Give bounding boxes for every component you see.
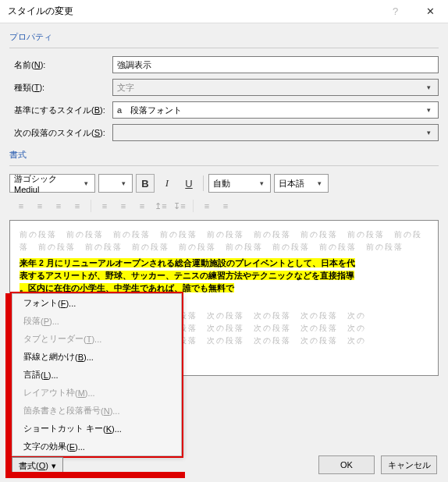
font-name-select[interactable]: 游ゴシック Mediul▾ (9, 174, 95, 193)
menu-language[interactable]: 言語(L)... (12, 366, 181, 384)
format-heading: 書式 (9, 149, 439, 161)
properties-heading: プロパティ (9, 31, 439, 43)
cancel-button[interactable]: キャンセル (381, 455, 437, 474)
underline-button[interactable]: U (180, 174, 198, 193)
chevron-down-icon[interactable]: ▾ (117, 179, 130, 187)
window-controls: ? ✕ (378, 0, 448, 23)
kind-select: 文字 ▾ (112, 79, 439, 96)
divider (9, 165, 439, 166)
spacing-icon: ≡ (133, 198, 151, 214)
align-right-icon: ≡ (50, 198, 67, 214)
next-style-label: 次の段落のスタイル(S): (9, 127, 112, 139)
ok-button[interactable]: OK (318, 455, 375, 474)
window-title: スタイルの変更 (8, 5, 73, 18)
menu-shortcut[interactable]: ショートカット キー(K)... (12, 420, 181, 438)
prev-paragraph-text: 前の段落 前の段落 前の段落 前の段落 前の段落 前の段落 前の段落 前の段落 … (20, 229, 428, 253)
menu-paragraph: 段落(P)... (12, 312, 181, 330)
format-toolbar: 游ゴシック Mediul▾ ▾ B I U 自動▾ 日本語▾ (9, 174, 439, 193)
divider (9, 48, 439, 48)
spacing-after-icon: ↧≡ (171, 198, 188, 214)
menu-tabs: タブとリーダー(T)... (12, 330, 181, 348)
help-icon: ? (378, 0, 413, 23)
bold-button[interactable]: B (136, 174, 155, 193)
menu-text-effects[interactable]: 文字の効果(E)... (12, 438, 181, 455)
spacing-icon: ≡ (115, 198, 132, 214)
kind-label: 種類(T): (9, 82, 112, 94)
next-style-select: ▾ (112, 124, 439, 141)
paragraph-icon: a (117, 105, 128, 115)
indent-right-icon: ≡ (217, 198, 234, 214)
name-input[interactable]: 強調表示 (112, 56, 439, 73)
font-color-select[interactable]: 自動▾ (208, 174, 271, 193)
chevron-down-icon: ▾ (422, 129, 435, 136)
based-on-label: 基準にするスタイル(B): (9, 105, 112, 116)
based-on-select[interactable]: a段落フォント ▾ (112, 101, 439, 119)
font-lang-select[interactable]: 日本語▾ (274, 174, 329, 193)
dropdown-arrow-icon: ▾ (52, 461, 56, 471)
highlight-border (5, 472, 185, 478)
menu-font[interactable]: フォント(F)... (12, 294, 181, 312)
dialog-buttons: OK キャンセル (318, 455, 437, 474)
format-context-menu: フォント(F)... 段落(P)... タブとリーダー(T)... 罫線と網かけ… (12, 293, 182, 456)
separator (193, 200, 194, 212)
chevron-down-icon[interactable]: ▾ (255, 179, 268, 187)
chevron-down-icon[interactable]: ▾ (422, 106, 435, 114)
chevron-down-icon[interactable]: ▾ (313, 179, 325, 187)
menu-borders[interactable]: 罫線と網かけ(B)... (12, 348, 181, 366)
align-justify-icon: ≡ (69, 198, 86, 214)
font-size-select[interactable]: ▾ (98, 174, 133, 193)
paragraph-toolbar: ≡ ≡ ≡ ≡ ≡ ≡ ≡ ↥≡ ↧≡ ≡ ≡ (9, 198, 439, 214)
name-label: 名前(N): (9, 59, 112, 71)
chevron-down-icon: ▾ (422, 83, 435, 91)
menu-frame: レイアウト枠(M)... (12, 384, 181, 402)
menu-numbering: 箇条書きと段落番号(N)... (12, 402, 181, 420)
indent-left-icon: ≡ (198, 198, 215, 214)
italic-button[interactable]: I (158, 174, 176, 193)
align-left-icon: ≡ (12, 198, 30, 214)
close-icon[interactable]: ✕ (413, 0, 448, 23)
separator (203, 175, 204, 191)
title-bar: スタイルの変更 ? ✕ (0, 0, 448, 23)
highlight-border (5, 293, 12, 478)
spacing-before-icon: ↥≡ (152, 198, 169, 214)
chevron-down-icon[interactable]: ▾ (80, 179, 92, 187)
align-center-icon: ≡ (31, 198, 48, 214)
spacing-icon: ≡ (96, 198, 113, 214)
separator (91, 200, 91, 212)
